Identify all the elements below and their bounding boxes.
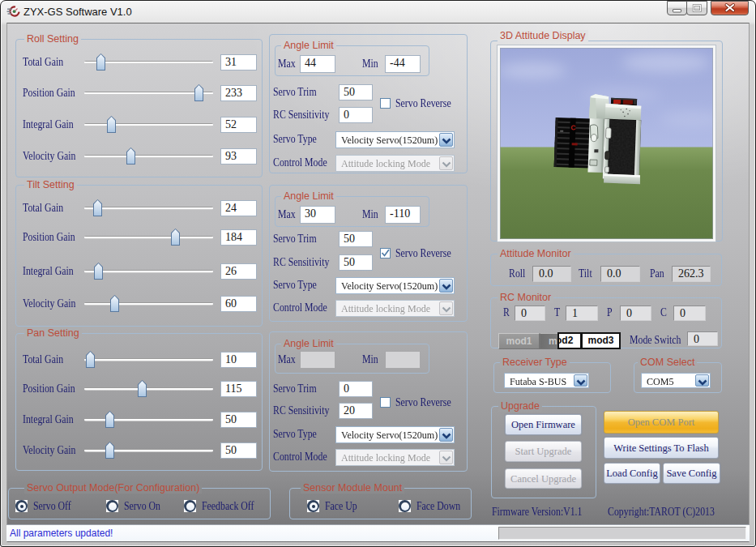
svg-text:C: C [570,123,575,131]
